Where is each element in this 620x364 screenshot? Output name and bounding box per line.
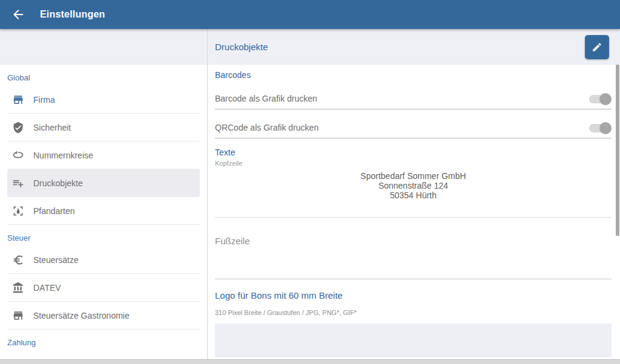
back-arrow-icon[interactable] — [11, 7, 25, 22]
bank-icon — [12, 282, 24, 294]
kopfzeile-underline — [215, 217, 612, 218]
logo-heading: Logo für Bons mit 60 mm Breite — [215, 290, 612, 301]
store-icon — [12, 310, 24, 322]
loop-arrow-icon — [12, 149, 24, 161]
druckobjekte-panel: Barcodes Barcode als Grafik drucken QRCo… — [208, 65, 620, 359]
kopfzeile-line: Sonnenstraße 124 — [215, 181, 612, 190]
app-bar: Einstellungen — [0, 0, 620, 29]
panel-divider — [207, 29, 208, 359]
texte-section: Texte Kopfzeile Sportbedarf Sommer GmbH … — [215, 147, 612, 279]
sidebar-item-datev[interactable]: DATEV — [7, 274, 200, 302]
kopfzeile-field[interactable]: Sportbedarf Sommer GmbH Sonnenstraße 124… — [215, 171, 612, 200]
kopfzeile-line: 50354 Hürth — [215, 190, 612, 200]
sidebar-item-label: Nummernkreise — [33, 151, 93, 160]
sidebar-item-steuersaetze[interactable]: Steuersätze — [7, 246, 200, 274]
euro-icon — [12, 254, 24, 266]
sidebar-item-sicherheit[interactable]: Sicherheit — [7, 114, 200, 141]
sidebar-item-pfandarten[interactable]: Pfandarten — [7, 197, 200, 225]
barcode-setting-row: Barcode als Grafik drucken — [215, 80, 612, 109]
kopfzeile-line: Sportbedarf Sommer GmbH — [215, 171, 612, 181]
sidebar-item-label: Pfandarten — [33, 206, 75, 216]
sidebar-item-label: DATEV — [33, 283, 61, 293]
sidebar-item-firma[interactable]: Firma — [7, 86, 200, 114]
sidebar-item-label: Druckobjekte — [33, 178, 83, 188]
sidebar-section-steuer: Steuer — [7, 233, 200, 244]
bottom-bar — [0, 359, 620, 364]
logo-hint: 310 Pixel Breite / Graustufen / JPG, PNG… — [215, 309, 612, 316]
page-title: Einstellungen — [40, 9, 105, 20]
qrcode-setting-row: QRCode als Grafik drucken — [215, 109, 612, 138]
logo-section: Logo für Bons mit 60 mm Breite 310 Pixel… — [215, 290, 612, 357]
content-header: Druckobjekte — [0, 29, 620, 65]
barcodes-heading: Barcodes — [215, 70, 612, 80]
sidebar-item-label: Steuersätze — [33, 255, 79, 265]
content-header-title: Druckobjekte — [215, 29, 268, 65]
sidebar-item-nummernkreise[interactable]: Nummernkreise — [7, 141, 200, 169]
pencil-icon — [592, 42, 602, 53]
playlist-add-icon — [12, 177, 24, 189]
sidebar-section-global: Global — [7, 73, 200, 83]
settings-screen: Einstellungen Druckobjekte Global Firma … — [0, 0, 620, 364]
scrollbar-thumb[interactable] — [616, 65, 619, 236]
setting-label: QRCode als Grafik drucken — [215, 123, 318, 132]
sidebar-item-label: Firma — [33, 95, 55, 105]
switch-thumb — [599, 122, 612, 134]
sidebar-item-druckobjekte[interactable]: Druckobjekte — [7, 169, 200, 197]
sidebar-section-zahlung: Zahlung — [7, 337, 200, 348]
sidebar-item-steuersaetze-gastronomie[interactable]: Steuersätze Gastronomie — [7, 302, 200, 330]
store-icon — [12, 94, 24, 106]
shield-check-icon — [12, 122, 24, 134]
texte-heading: Texte — [215, 147, 612, 158]
qrcode-toggle-switch[interactable] — [589, 122, 612, 134]
deposit-frame-icon — [12, 205, 24, 217]
fusszeile-field[interactable] — [215, 279, 612, 279]
logo-upload-area[interactable] — [215, 323, 612, 357]
fusszeile-label: Fußzeile — [215, 236, 612, 246]
kopfzeile-label: Kopfzeile — [215, 160, 612, 167]
barcode-toggle-switch[interactable] — [589, 93, 612, 105]
setting-label: Barcode als Grafik drucken — [215, 94, 317, 103]
sidebar-item-label: Steuersätze Gastronomie — [33, 311, 130, 320]
switch-thumb — [599, 93, 612, 105]
edit-button[interactable] — [585, 35, 609, 59]
sidebar-item-label: Sicherheit — [33, 123, 71, 132]
settings-sidebar: Global Firma Sicherheit Nummernkreise Dr… — [0, 65, 207, 359]
